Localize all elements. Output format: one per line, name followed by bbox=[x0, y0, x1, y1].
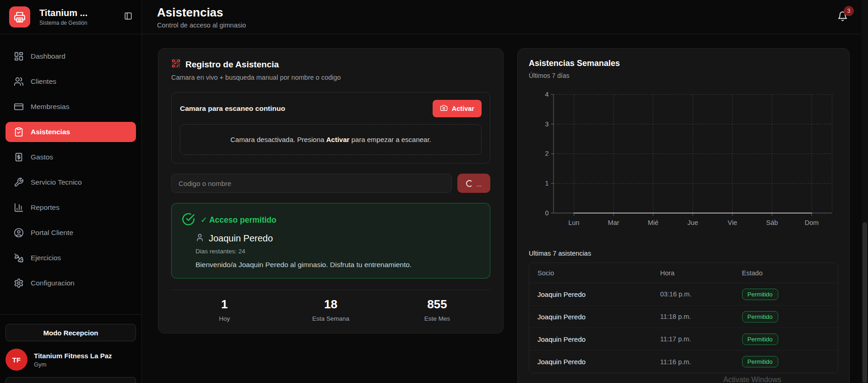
status-badge: Permitido bbox=[742, 356, 778, 367]
search-loading-button[interactable]: ... bbox=[457, 174, 490, 193]
cell-socio: Joaquin Peredo bbox=[537, 290, 660, 298]
page-header: Asistencias Control de acceso al gimnasi… bbox=[142, 0, 868, 34]
svg-text:4: 4 bbox=[545, 91, 548, 98]
camera-panel: Camara para escaneo continuo Activar Cam… bbox=[171, 92, 490, 164]
weekly-card: Asistencias Semanales Últimos 7 días 012… bbox=[517, 48, 850, 383]
sidebar-item-label: Asistencias bbox=[31, 128, 70, 136]
sidebar-collapse-icon[interactable] bbox=[124, 12, 132, 22]
page-title: Asistencias bbox=[157, 5, 246, 20]
gym-name: Titanium Fitness La Paz bbox=[34, 352, 112, 360]
credit-card-icon bbox=[14, 102, 24, 112]
scrollbar-thumb[interactable] bbox=[863, 222, 867, 383]
content: Registro de Asistencia Camara en vivo + … bbox=[142, 34, 868, 383]
stats-row: 1Hoy18Esta Semana855Este Mes bbox=[171, 290, 490, 328]
cell-socio: Joaquin Peredo bbox=[537, 335, 660, 343]
avatar: TF bbox=[5, 349, 27, 371]
gym-logo-icon bbox=[9, 6, 30, 27]
svg-text:2: 2 bbox=[545, 150, 548, 157]
status-badge: Permitido bbox=[742, 289, 778, 300]
modo-recepcion-button[interactable]: Modo Recepcion bbox=[5, 324, 136, 341]
wrench-icon bbox=[14, 177, 24, 187]
registro-title: Registro de Asistencia bbox=[185, 60, 279, 70]
member-name: Joaquin Peredo bbox=[209, 233, 273, 244]
sidebar-item-gastos[interactable]: Gastos bbox=[5, 147, 136, 167]
weekly-subtitle: Últimos 7 días bbox=[529, 72, 838, 79]
column-header-estado: Estado bbox=[742, 269, 830, 277]
svg-text:Vie: Vie bbox=[728, 219, 738, 226]
receipt-icon bbox=[14, 152, 24, 162]
weekly-title: Asistencias Semanales bbox=[529, 59, 838, 68]
stat-value: 18 bbox=[277, 297, 384, 312]
gym-profile[interactable]: TF Titanium Fitness La Paz Gym bbox=[5, 349, 136, 371]
access-result-panel: ✓ Acceso permitido Joaquin Peredo Dias r… bbox=[171, 203, 490, 279]
svg-text:Lun: Lun bbox=[568, 219, 579, 226]
dumbbell-icon bbox=[14, 253, 24, 263]
cell-hora: 11:16 p.m. bbox=[660, 358, 742, 366]
check-circle-icon bbox=[182, 213, 195, 228]
svg-text:Mar: Mar bbox=[608, 219, 619, 226]
bell-icon bbox=[837, 15, 848, 23]
table-body: Joaquin Peredo03:16 p.m.PermitidoJoaquin… bbox=[529, 283, 838, 373]
qr-code-icon bbox=[171, 59, 181, 70]
sidebar-item-reportes[interactable]: Reportes bbox=[5, 197, 136, 218]
registro-card: Registro de Asistencia Camara en vivo + … bbox=[158, 48, 504, 334]
days-remaining: Dias restantes: 24 bbox=[195, 248, 480, 255]
cell-socio: Joaquin Peredo bbox=[537, 313, 660, 321]
table-row: Joaquin Peredo11:17 p.m.Permitido bbox=[529, 328, 838, 350]
activar-button[interactable]: Activar bbox=[433, 100, 482, 117]
registro-subtitle: Camara en vivo + busqueda manual por nom… bbox=[171, 74, 490, 81]
sidebar-item-configuracion[interactable]: Configuracion bbox=[5, 273, 136, 293]
welcome-message: Bienvenido/a Joaquin Peredo al gimnasio.… bbox=[195, 261, 480, 269]
stat-hoy: 1Hoy bbox=[171, 297, 277, 322]
stat-value: 1 bbox=[171, 297, 277, 312]
sidebar-item-label: Reportes bbox=[31, 203, 60, 212]
svg-text:3: 3 bbox=[545, 120, 548, 128]
settings-icon bbox=[14, 278, 24, 288]
sidebar-item-asistencias[interactable]: Asistencias bbox=[5, 122, 136, 142]
sidebar-item-dashboard[interactable]: Dashboard bbox=[5, 46, 136, 66]
user-circle-icon bbox=[14, 228, 24, 238]
recent-table: SocioHoraEstado Joaquin Peredo03:16 p.m.… bbox=[529, 263, 838, 373]
gym-role: Gym bbox=[34, 361, 112, 368]
sidebar-item-label: Portal Cliente bbox=[31, 229, 73, 237]
sidebar-item-portal-cliente[interactable]: Portal Cliente bbox=[5, 223, 136, 243]
scrollbar[interactable] bbox=[862, 0, 868, 383]
sidebar-nav: DashboardClientesMembresiasAsistenciasGa… bbox=[0, 34, 141, 314]
stat-label: Hoy bbox=[171, 315, 277, 322]
main-area: Asistencias Control de acceso al gimnasi… bbox=[142, 0, 868, 383]
sidebar-item-label: Gastos bbox=[31, 153, 53, 161]
table-header: SocioHoraEstado bbox=[529, 263, 838, 283]
search-input[interactable] bbox=[171, 174, 452, 193]
notification-badge: 3 bbox=[844, 6, 854, 16]
cell-hora: 11:18 p.m. bbox=[660, 313, 742, 320]
stat-esta-semana: 18Esta Semana bbox=[277, 297, 384, 322]
cell-socio: Joaquin Peredo bbox=[537, 358, 660, 366]
sidebar-item-clientes[interactable]: Clientes bbox=[5, 71, 136, 92]
sidebar-item-servicio-tecnico[interactable]: Servicio Tecnico bbox=[5, 172, 136, 192]
recent-title: Ultimas 7 asistencias bbox=[529, 250, 838, 257]
stat-label: Esta Semana bbox=[277, 315, 384, 322]
sidebar-item-label: Membresias bbox=[31, 103, 69, 111]
camera-label: Camara para escaneo continuo bbox=[180, 104, 285, 113]
table-row: Joaquin Peredo03:16 p.m.Permitido bbox=[529, 283, 838, 306]
sidebar-item-label: Servicio Tecnico bbox=[31, 178, 82, 186]
table-row: Joaquin Peredo11:16 p.m.Permitido bbox=[529, 350, 838, 373]
camera-status-message: Camara desactivada. Presiona Activar par… bbox=[180, 124, 482, 155]
column-header-socio: Socio bbox=[537, 269, 660, 277]
status-badge: Permitido bbox=[742, 334, 778, 345]
sidebar: Titanium ... Sistema de Gestión Dashboar… bbox=[0, 0, 142, 383]
clipboard-check-icon bbox=[14, 127, 24, 137]
notifications-button[interactable]: 3 bbox=[837, 11, 848, 23]
sidebar-item-ejercicios[interactable]: Ejercicios bbox=[5, 248, 136, 268]
stat-este-mes: 855Este Mes bbox=[384, 297, 490, 322]
sidebar-item-membresias[interactable]: Membresias bbox=[5, 97, 136, 117]
cutoff-button[interactable] bbox=[5, 377, 136, 383]
sidebar-item-label: Ejercicios bbox=[31, 254, 61, 262]
svg-text:1: 1 bbox=[545, 180, 548, 187]
loading-spinner-icon bbox=[466, 180, 473, 187]
user-icon bbox=[195, 233, 204, 244]
brand: Titanium ... Sistema de Gestión bbox=[0, 0, 141, 34]
dashboard-icon bbox=[14, 51, 24, 61]
svg-text:Dom: Dom bbox=[805, 219, 819, 226]
cell-hora: 11:17 p.m. bbox=[660, 335, 742, 343]
